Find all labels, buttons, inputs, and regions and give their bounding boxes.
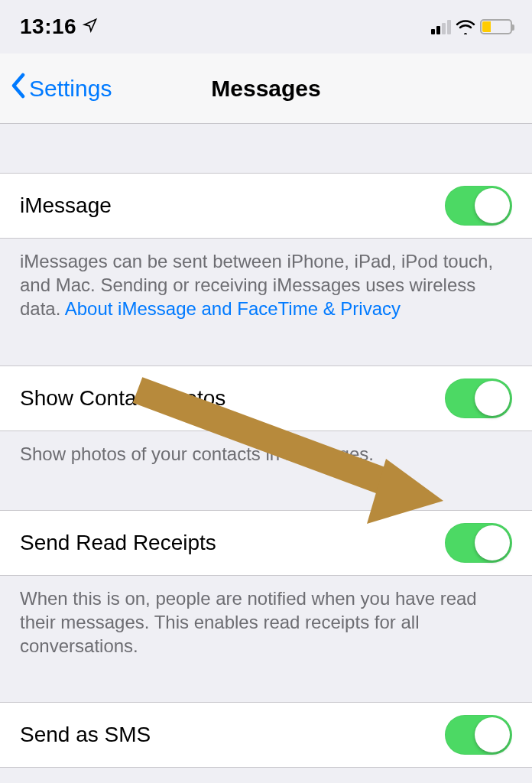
imessage-label: iMessage <box>20 193 112 218</box>
read-receipts-footer: When this is on, people are notified whe… <box>0 576 532 672</box>
back-label: Settings <box>29 76 112 102</box>
contact-photos-footer: Show photos of your contacts in Messages… <box>0 431 532 479</box>
status-bar: 13:16 <box>0 0 532 54</box>
status-right <box>431 19 512 34</box>
status-time: 13:16 <box>20 15 76 39</box>
about-privacy-link[interactable]: About iMessage and FaceTime & Privacy <box>65 298 401 319</box>
location-icon <box>83 18 98 36</box>
send-sms-footer: Send as SMS when iMessage is unavailable… <box>0 768 532 783</box>
group-spacer <box>0 479 532 510</box>
cellular-signal-icon <box>431 19 451 34</box>
send-sms-toggle[interactable] <box>445 715 512 755</box>
row-imessage[interactable]: iMessage <box>0 173 532 239</box>
contact-photos-toggle[interactable] <box>445 379 512 418</box>
imessage-footer: iMessages can be sent between iPhone, iP… <box>0 239 532 335</box>
status-left: 13:16 <box>20 15 98 39</box>
row-contact-photos[interactable]: Show Contact Photos <box>0 366 532 431</box>
battery-icon <box>480 19 512 34</box>
group-spacer <box>0 124 532 173</box>
nav-bar: Settings Messages <box>0 54 532 124</box>
row-read-receipts[interactable]: Send Read Receipts <box>0 510 532 576</box>
imessage-toggle[interactable] <box>445 186 512 226</box>
read-receipts-toggle[interactable] <box>445 523 512 563</box>
group-spacer <box>0 335 532 366</box>
read-receipts-label: Send Read Receipts <box>20 531 216 555</box>
send-sms-label: Send as SMS <box>20 723 151 747</box>
back-button[interactable]: Settings <box>11 73 112 104</box>
page-title: Messages <box>211 76 320 102</box>
row-send-sms[interactable]: Send as SMS <box>0 702 532 768</box>
wifi-icon <box>456 19 475 34</box>
contact-photos-label: Show Contact Photos <box>20 386 225 411</box>
group-spacer <box>0 671 532 702</box>
chevron-left-icon <box>11 73 26 104</box>
